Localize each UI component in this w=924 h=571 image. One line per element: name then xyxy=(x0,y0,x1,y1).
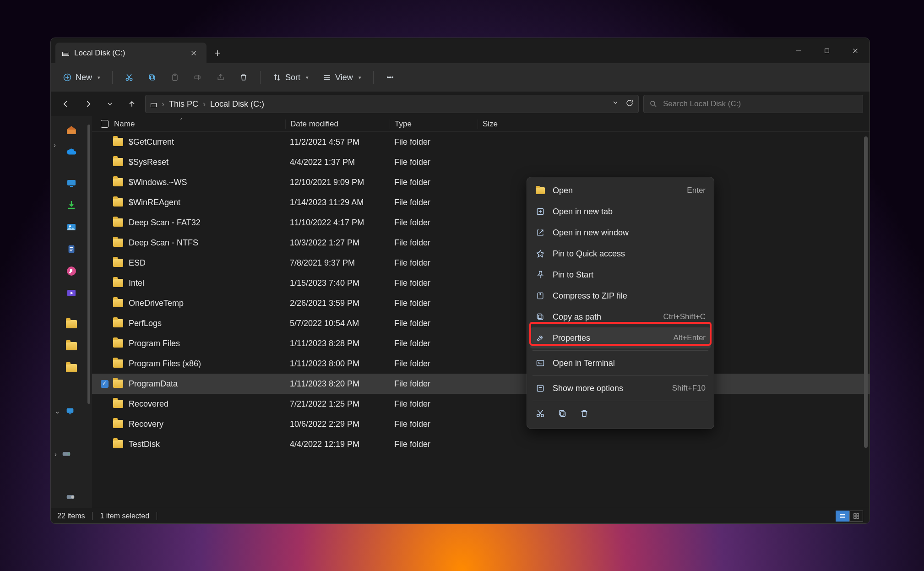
rename-button[interactable] xyxy=(188,68,208,87)
table-row[interactable]: ESD7/8/2021 9:37 PMFile folder xyxy=(92,253,870,273)
table-row[interactable]: TestDisk4/4/2022 12:19 PMFile folder xyxy=(92,434,870,454)
ctx-show-more[interactable]: Show more options Shift+F10 xyxy=(530,378,711,399)
sidebar-item-this-pc[interactable]: ⌄ xyxy=(51,400,92,422)
folder-icon xyxy=(113,218,123,227)
folder-icon xyxy=(113,319,123,327)
ctx-properties[interactable]: Properties Alt+Enter xyxy=(530,327,711,348)
column-name[interactable]: Name ˄ xyxy=(111,120,285,129)
history-dropdown[interactable] xyxy=(612,99,619,109)
ctx-open-terminal[interactable]: Open in Terminal xyxy=(530,353,711,374)
table-row[interactable]: Program Files (x86)1/11/2023 8:00 PMFile… xyxy=(92,353,870,374)
sidebar-item-folder[interactable] xyxy=(61,359,82,378)
breadcrumb-current[interactable]: Local Disk (C:) xyxy=(210,99,264,109)
sidebar-item-pictures[interactable] xyxy=(61,218,82,237)
sidebar-item-folder[interactable] xyxy=(61,337,82,356)
cut-button[interactable] xyxy=(119,68,139,87)
view-label: View xyxy=(335,73,353,82)
expand-icon[interactable]: › xyxy=(54,141,56,149)
sidebar-item-music[interactable] xyxy=(61,261,82,281)
file-type: File folder xyxy=(390,319,478,328)
ctx-pin-quick[interactable]: Pin to Quick access xyxy=(530,243,711,264)
details-view-button[interactable] xyxy=(836,511,849,522)
ctx-open-new-tab[interactable]: Open in new tab xyxy=(530,201,711,222)
more-button[interactable] xyxy=(380,68,400,87)
sidebar-item-dvd[interactable] xyxy=(51,486,92,508)
ctx-cut-button[interactable] xyxy=(535,408,545,421)
table-row[interactable]: Deep Scan - FAT3211/10/2022 4:17 PMFile … xyxy=(92,212,870,233)
maximize-button[interactable] xyxy=(813,38,841,63)
search-input[interactable] xyxy=(663,99,857,109)
copy-button[interactable] xyxy=(142,68,162,87)
sidebar-item-folder[interactable] xyxy=(61,315,82,334)
select-all-checkbox[interactable] xyxy=(98,120,111,128)
file-name: Deep Scan - NTFS xyxy=(129,238,198,248)
sidebar-item-home[interactable] xyxy=(61,120,82,140)
sidebar-item-videos[interactable] xyxy=(61,283,82,303)
ctx-open[interactable]: Open Enter xyxy=(530,180,711,201)
table-row[interactable]: $WinREAgent1/14/2023 11:29 AMFile folder xyxy=(92,192,870,212)
view-button[interactable]: View ▾ xyxy=(317,68,367,87)
column-date[interactable]: Date modified xyxy=(285,120,390,129)
refresh-button[interactable] xyxy=(625,99,634,109)
thumbnails-view-button[interactable] xyxy=(849,511,863,522)
table-row[interactable]: Recovered7/21/2022 1:25 PMFile folder xyxy=(92,394,870,414)
search-icon xyxy=(649,100,658,108)
table-row[interactable]: Intel1/15/2023 7:40 PMFile folder xyxy=(92,273,870,293)
svg-rect-33 xyxy=(537,314,542,318)
up-button[interactable] xyxy=(123,95,141,113)
folder-icon xyxy=(113,198,123,207)
table-row[interactable]: $GetCurrent11/2/2021 4:57 PMFile folder xyxy=(92,132,870,152)
delete-button[interactable] xyxy=(234,68,254,87)
row-checkbox[interactable] xyxy=(98,380,111,388)
table-row[interactable]: Program Files1/11/2023 8:28 PMFile folde… xyxy=(92,333,870,353)
sidebar-item-onedrive[interactable] xyxy=(61,142,82,162)
ctx-delete-button[interactable] xyxy=(579,408,589,421)
table-row[interactable]: ProgramData1/11/2023 8:20 PMFile folder xyxy=(92,374,870,394)
column-size[interactable]: Size xyxy=(478,120,533,129)
ctx-open-new-window[interactable]: Open in new window xyxy=(530,222,711,243)
context-menu: Open Enter Open in new tab Open in new w… xyxy=(527,177,714,429)
address-row: 🖴 › This PC › Local Disk (C:) xyxy=(51,92,870,116)
tab-close-button[interactable] xyxy=(187,47,200,60)
file-type: File folder xyxy=(390,238,478,248)
tab-local-disk[interactable]: 🖴 Local Disk (C:) xyxy=(55,43,207,63)
back-button[interactable] xyxy=(57,95,75,113)
sort-button[interactable]: Sort ▾ xyxy=(267,68,314,87)
table-row[interactable]: $SysReset4/4/2022 1:37 PMFile folder xyxy=(92,152,870,172)
forward-button[interactable] xyxy=(79,95,97,113)
window-close-button[interactable] xyxy=(841,38,870,63)
new-button[interactable]: New ▾ xyxy=(57,68,106,87)
ctx-pin-start[interactable]: Pin to Start xyxy=(530,264,711,285)
file-date: 2/26/2021 3:59 PM xyxy=(285,299,390,308)
recent-button[interactable] xyxy=(101,95,119,113)
share-button[interactable] xyxy=(211,68,231,87)
minimize-button[interactable] xyxy=(784,38,813,63)
sort-label: Sort xyxy=(285,73,300,82)
table-row[interactable]: $Windows.~WS12/10/2021 9:09 PMFile folde… xyxy=(92,172,870,192)
ctx-compress[interactable]: Compress to ZIP file xyxy=(530,285,711,306)
sidebar-item-downloads[interactable] xyxy=(61,196,82,215)
main-scrollbar[interactable] xyxy=(864,136,868,448)
breadcrumb-root[interactable]: This PC xyxy=(169,99,198,109)
ctx-copy-path[interactable]: Copy as path Ctrl+Shift+C xyxy=(530,306,711,327)
new-tab-button[interactable] xyxy=(207,43,228,63)
sidebar-item-desktop[interactable] xyxy=(61,174,82,193)
sidebar-scrollbar[interactable] xyxy=(87,125,90,404)
svg-rect-13 xyxy=(67,180,76,185)
table-row[interactable]: Recovery10/6/2022 2:29 PMFile folder xyxy=(92,414,870,434)
column-type[interactable]: Type xyxy=(390,120,478,129)
drive-icon: 🖴 xyxy=(150,100,157,108)
table-row[interactable]: PerfLogs5/7/2022 10:54 AMFile folder xyxy=(92,313,870,333)
paste-button[interactable] xyxy=(165,68,185,87)
sidebar-item-drive[interactable]: › xyxy=(51,443,92,465)
search-box[interactable] xyxy=(643,95,863,113)
table-row[interactable]: OneDriveTemp2/26/2021 3:59 PMFile folder xyxy=(92,293,870,313)
table-row[interactable]: Deep Scan - NTFS10/3/2022 1:27 PMFile fo… xyxy=(92,233,870,253)
ctx-copy-button[interactable] xyxy=(557,408,567,421)
sidebar-item-documents[interactable] xyxy=(61,239,82,259)
breadcrumb[interactable]: 🖴 › This PC › Local Disk (C:) xyxy=(145,95,639,113)
file-name: Recovery xyxy=(129,419,163,429)
svg-point-9 xyxy=(387,77,388,78)
file-date: 4/4/2022 1:37 PM xyxy=(285,158,390,167)
status-item-count: 22 items xyxy=(57,512,85,520)
